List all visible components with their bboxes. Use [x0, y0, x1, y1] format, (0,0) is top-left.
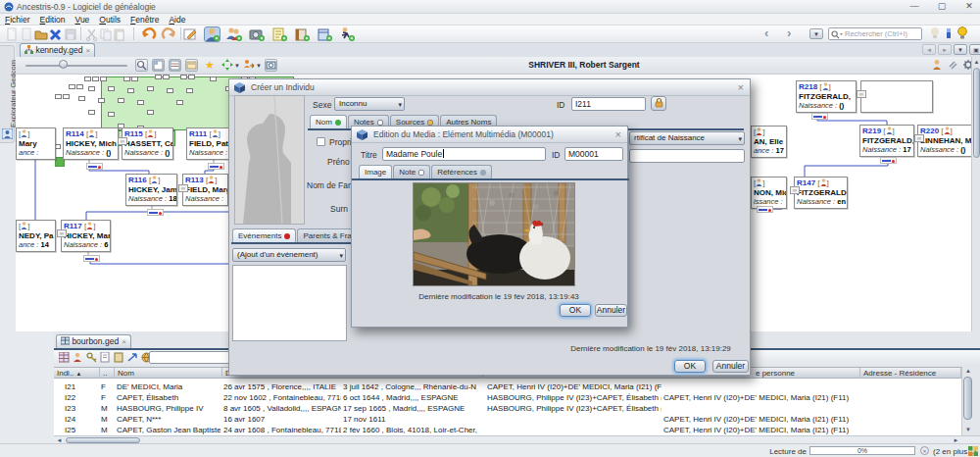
dialog-title-bar[interactable]: Edition du Media : Elément Multimédia (M… [352, 127, 627, 143]
add-event-combobox[interactable]: (Ajout d'un événement) [232, 248, 346, 262]
search-input[interactable]: Rechercher (Ctrl+I) [828, 27, 922, 40]
tab-scroll-right-icon[interactable]: ► [938, 44, 952, 55]
family-label[interactable] [757, 206, 773, 213]
person-shortcut-icon[interactable] [931, 59, 944, 72]
zoom-slider[interactable] [25, 65, 127, 67]
tab-nom[interactable]: Nom [310, 115, 347, 128]
paste-icon[interactable] [112, 26, 128, 42]
marriage-link-icon[interactable]: ∞ [914, 134, 924, 142]
cancel-button[interactable]: Annuler [712, 360, 749, 373]
zoom-icon[interactable] [135, 59, 148, 72]
column-header-address[interactable]: Adresse - Résidence [860, 368, 961, 379]
card-view-icon[interactable] [185, 59, 198, 72]
table-vscrollbar[interactable]: ▲ ▼ [961, 367, 974, 435]
table-row-I22[interactable]: I22FCAPET, Élisabeth22 nov 1602 , Fontai… [54, 392, 961, 403]
family-label[interactable] [208, 163, 224, 170]
tab-note[interactable]: Note [393, 165, 430, 178]
person-box-R220[interactable]: R220 [] LINNEHAN, M Naissance : () [917, 125, 971, 157]
marriage-link-icon[interactable]: ∞ [790, 186, 800, 194]
column-header-name[interactable]: Nom [115, 368, 222, 379]
cancel-task-icon[interactable]: × [920, 446, 929, 455]
id-field[interactable]: I211 [571, 97, 646, 111]
add-submitter-icon[interactable] [339, 26, 356, 42]
person-box[interactable]: [] NEDY, Pa ance : 14 [16, 220, 56, 252]
event-list[interactable] [232, 265, 347, 341]
person-box[interactable]: [] Mary ance : [16, 127, 56, 160]
snapshot-icon[interactable] [265, 59, 277, 72]
person-box-R115[interactable]: R115 [] HASSETT, Cat Naissance : () [122, 127, 173, 160]
key-icon[interactable] [86, 352, 97, 363]
tab-kennedy[interactable]: kennedy.ged× [20, 43, 95, 57]
minimize-button[interactable]: — [904, 0, 925, 13]
menu-fenêtre[interactable]: Fenêtre [125, 14, 164, 25]
save-icon[interactable] [63, 26, 79, 42]
cancel-button[interactable]: Annuler [595, 304, 627, 317]
person-box-R113[interactable]: R113 [] FIELD, Marga Naissance : [182, 174, 228, 206]
goto-person-icon[interactable] [243, 59, 256, 72]
scroll-up-icon[interactable]: ▲ [962, 367, 974, 376]
tab-evenements[interactable]: Evénements [232, 228, 296, 242]
person-box-R117[interactable]: R117 [] HICKEY, Mary Naissance : 6 c [61, 220, 111, 252]
tree-vscroll-thumb[interactable] [973, 68, 980, 158]
undo-icon[interactable] [140, 26, 157, 42]
tab-image[interactable]: Image [359, 165, 392, 178]
menu-aide[interactable]: Aide [164, 14, 190, 25]
sex-combobox[interactable]: Inconnu [334, 97, 405, 111]
table-hscrollbar[interactable]: ◄ ► [54, 435, 980, 443]
media-id-field[interactable]: M00001 [564, 147, 623, 161]
overview-toggle-icon[interactable] [152, 59, 165, 72]
tree-vscrollbar[interactable]: ▲ [971, 57, 980, 331]
add-repository-icon[interactable] [317, 26, 333, 42]
tab-close-icon[interactable]: × [122, 337, 126, 346]
grid-icon[interactable] [59, 352, 70, 363]
person-filter-icon[interactable] [73, 352, 83, 363]
maximize-view-icon[interactable]: ▣ [969, 44, 980, 55]
family-label[interactable] [811, 113, 828, 120]
add-individual-icon[interactable] [204, 26, 220, 42]
tab-list-icon[interactable]: ▼ [954, 44, 967, 55]
marriage-link-icon[interactable]: ∞ [178, 184, 188, 192]
zoom-slider-thumb[interactable] [59, 60, 68, 69]
marriage-link-icon[interactable]: ∞ [57, 229, 67, 237]
add-source-icon[interactable] [294, 26, 311, 42]
ok-button[interactable]: OK [560, 304, 591, 317]
menu-fichier[interactable]: Fichier [0, 14, 35, 25]
forward-icon[interactable]: › [787, 25, 791, 41]
person-box-empty[interactable] [860, 80, 933, 113]
scroll-down-icon[interactable]: ▼ [962, 426, 974, 434]
marriage-link-icon[interactable]: ∞ [118, 137, 127, 145]
certificate-combobox[interactable]: rtificat de Naissance [629, 131, 745, 145]
table-row-I23[interactable]: I23MHASBOURG, Philippe IV8 avr 1605 , Va… [54, 403, 961, 414]
certificate-field[interactable] [629, 149, 745, 163]
dialog-close-icon[interactable]: × [615, 128, 621, 141]
media-title-input[interactable]: Madame Poule [382, 147, 546, 161]
ok-button[interactable]: OK [674, 360, 706, 373]
column-header-sex[interactable]: .. [100, 368, 115, 379]
dialog-title-bar[interactable]: Créer un Individu × [229, 79, 750, 96]
tab-scroll-left-icon[interactable]: ◄ [922, 44, 936, 55]
photo-placeholder[interactable] [234, 95, 305, 225]
tab-bourbon[interactable]: bourbon.ged× [56, 334, 131, 348]
menu-outils[interactable]: Outils [94, 14, 125, 25]
edit-icon[interactable] [182, 26, 199, 42]
person-box[interactable]: [] NON, Micl issance : [751, 177, 787, 209]
attach-icon[interactable] [947, 59, 959, 72]
marriage-link-icon[interactable]: ∞ [857, 90, 866, 98]
family-label[interactable] [880, 157, 897, 164]
add-media-icon[interactable] [249, 26, 266, 42]
column-header-id[interactable]: Indi.. ▲ [54, 368, 100, 379]
back-icon[interactable]: ‹ [764, 25, 768, 41]
family-label[interactable] [147, 209, 164, 216]
status-grid-icon[interactable] [968, 446, 978, 457]
maximize-button[interactable]: ▢ [931, 0, 953, 13]
scroll-up-icon[interactable]: ▲ [972, 58, 980, 67]
media-photo[interactable] [413, 182, 575, 286]
person-box-R116[interactable]: R116 [] HICKEY, Jame Naissance : 18 [125, 174, 177, 206]
secondary-props-checkbox[interactable] [317, 137, 325, 146]
menu-vue[interactable]: Vue [71, 14, 95, 25]
add-note-icon[interactable] [271, 26, 288, 42]
properties-view-icon[interactable] [169, 59, 181, 72]
center-dropdown-icon[interactable]: ▼ [234, 63, 240, 69]
person-box-R114[interactable]: R114 [] HICKEY, Mich Naissance : () [63, 127, 119, 160]
table-vscroll-thumb[interactable] [963, 377, 972, 420]
